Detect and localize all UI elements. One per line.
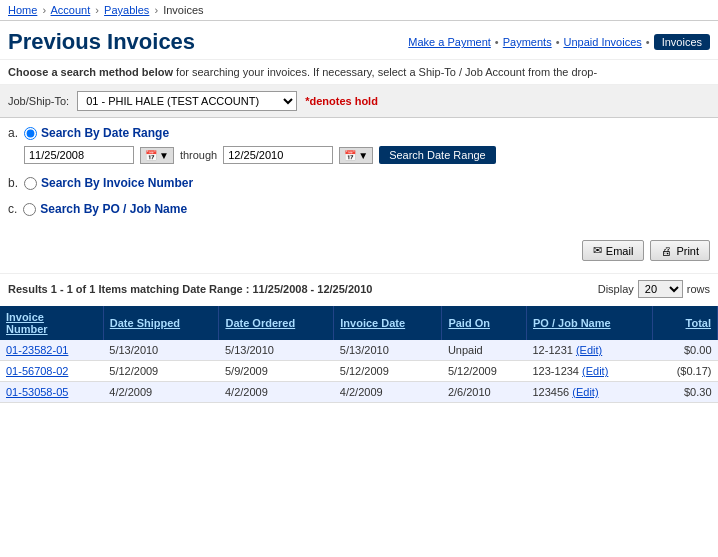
nav-payments[interactable]: Payments — [503, 36, 552, 48]
display-rows-select[interactable]: 20 — [638, 280, 683, 298]
page-header: Previous Invoices Make a Payment • Payme… — [0, 21, 718, 60]
cell-invoice-date: 5/12/2009 — [334, 361, 442, 382]
breadcrumb-home[interactable]: Home — [8, 4, 37, 16]
cell-invoice-date: 5/13/2010 — [334, 340, 442, 361]
col-date-shipped: Date Shipped — [103, 306, 219, 340]
cell-total: $0.00 — [652, 340, 717, 361]
col-paid-on: Paid On — [442, 306, 527, 340]
nav-invoices-active[interactable]: Invoices — [654, 34, 710, 50]
header-nav: Make a Payment • Payments • Unpaid Invoi… — [408, 34, 710, 50]
shipto-row: Job/Ship-To: 01 - PHIL HALE (TEST ACCOUN… — [0, 85, 718, 118]
section-b-label: b. Search By Invoice Number — [8, 176, 710, 190]
section-a-label: a. Search By Date Range — [8, 126, 710, 140]
results-text: Results 1 - 1 of 1 Items matching Date R… — [8, 283, 372, 295]
print-button[interactable]: 🖨 Print — [650, 240, 710, 261]
table-header: InvoiceNumber Date Shipped Date Ordered … — [0, 306, 718, 340]
table-row: 01-53058-05 4/2/2009 4/2/2009 4/2/2009 2… — [0, 382, 718, 403]
cell-paid-on: 5/12/2009 — [442, 361, 527, 382]
cell-po-job-name: 123-1234 (Edit) — [527, 361, 653, 382]
print-icon: 🖨 — [661, 245, 672, 257]
action-buttons: ✉ Email 🖨 Print — [0, 236, 718, 265]
radio-po-job[interactable] — [23, 203, 36, 216]
table-body: 01-23582-01 5/13/2010 5/13/2010 5/13/201… — [0, 340, 718, 403]
cell-invoice-number: 01-23582-01 — [0, 340, 103, 361]
sort-date-shipped[interactable]: Date Shipped — [110, 317, 180, 329]
calendar-from-button[interactable]: 📅▼ — [140, 147, 174, 164]
cell-po-job-name: 123456 (Edit) — [527, 382, 653, 403]
email-icon: ✉ — [593, 244, 602, 257]
shipto-label: Job/Ship-To: — [8, 95, 69, 107]
col-date-ordered: Date Ordered — [219, 306, 334, 340]
sort-invoice-number[interactable]: InvoiceNumber — [6, 311, 48, 335]
po-edit-link[interactable]: (Edit) — [576, 344, 602, 356]
date-to-input[interactable] — [223, 146, 333, 164]
section-c-label: c. Search By PO / Job Name — [8, 202, 710, 216]
results-header: Results 1 - 1 of 1 Items matching Date R… — [0, 273, 718, 304]
col-total: Total — [652, 306, 717, 340]
nav-make-payment[interactable]: Make a Payment — [408, 36, 491, 48]
breadcrumb: Home › Account › Payables › Invoices — [0, 0, 718, 21]
search-section-b: b. Search By Invoice Number — [8, 176, 710, 190]
sort-invoice-date[interactable]: Invoice Date — [340, 317, 405, 329]
radio-date-range[interactable] — [24, 127, 37, 140]
cell-date-ordered: 5/13/2010 — [219, 340, 334, 361]
display-row: Display 20 rows — [598, 280, 710, 298]
invoice-link[interactable]: 01-56708-02 — [6, 365, 68, 377]
cell-po-job-name: 12-1231 (Edit) — [527, 340, 653, 361]
sort-date-ordered[interactable]: Date Ordered — [225, 317, 295, 329]
cell-date-shipped: 5/13/2010 — [103, 340, 219, 361]
breadcrumb-payables[interactable]: Payables — [104, 4, 149, 16]
search-date-range-button[interactable]: Search Date Range — [379, 146, 496, 164]
cell-total: $0.30 — [652, 382, 717, 403]
date-from-input[interactable] — [24, 146, 134, 164]
cell-invoice-date: 4/2/2009 — [334, 382, 442, 403]
sort-paid-on[interactable]: Paid On — [448, 317, 490, 329]
col-po-job-name: PO / Job Name — [527, 306, 653, 340]
table-row: 01-23582-01 5/13/2010 5/13/2010 5/13/201… — [0, 340, 718, 361]
sort-total[interactable]: Total — [686, 317, 711, 329]
cell-date-ordered: 4/2/2009 — [219, 382, 334, 403]
search-section-c: c. Search By PO / Job Name — [8, 202, 710, 216]
breadcrumb-current: Invoices — [163, 4, 203, 16]
page-title: Previous Invoices — [8, 29, 195, 55]
nav-unpaid-invoices[interactable]: Unpaid Invoices — [564, 36, 642, 48]
invoice-link[interactable]: 01-53058-05 — [6, 386, 68, 398]
col-invoice-date: Invoice Date — [334, 306, 442, 340]
search-area: a. Search By Date Range 📅▼ through 📅▼ Se… — [0, 118, 718, 236]
cell-paid-on: Unpaid — [442, 340, 527, 361]
invoice-table: InvoiceNumber Date Shipped Date Ordered … — [0, 306, 718, 403]
calendar-icon: 📅 — [145, 150, 157, 161]
cell-date-ordered: 5/9/2009 — [219, 361, 334, 382]
shipto-select[interactable]: 01 - PHIL HALE (TEST ACCOUNT) — [77, 91, 297, 111]
radio-invoice-number[interactable] — [24, 177, 37, 190]
holds-note: *denotes hold — [305, 95, 378, 107]
description-text: Choose a search method below for searchi… — [0, 60, 718, 85]
search-section-a: a. Search By Date Range 📅▼ through 📅▼ Se… — [8, 126, 710, 164]
invoice-link[interactable]: 01-23582-01 — [6, 344, 68, 356]
calendar-icon-2: 📅 — [344, 150, 356, 161]
breadcrumb-account[interactable]: Account — [51, 4, 91, 16]
cell-invoice-number: 01-56708-02 — [0, 361, 103, 382]
cell-paid-on: 2/6/2010 — [442, 382, 527, 403]
cell-date-shipped: 4/2/2009 — [103, 382, 219, 403]
cell-invoice-number: 01-53058-05 — [0, 382, 103, 403]
po-edit-link[interactable]: (Edit) — [572, 386, 598, 398]
sort-po-job[interactable]: PO / Job Name — [533, 317, 611, 329]
email-button[interactable]: ✉ Email — [582, 240, 645, 261]
cell-total: ($0.17) — [652, 361, 717, 382]
table-row: 01-56708-02 5/12/2009 5/9/2009 5/12/2009… — [0, 361, 718, 382]
cell-date-shipped: 5/12/2009 — [103, 361, 219, 382]
po-edit-link[interactable]: (Edit) — [582, 365, 608, 377]
col-invoice-number: InvoiceNumber — [0, 306, 103, 340]
date-range-row: 📅▼ through 📅▼ Search Date Range — [24, 146, 710, 164]
calendar-to-button[interactable]: 📅▼ — [339, 147, 373, 164]
